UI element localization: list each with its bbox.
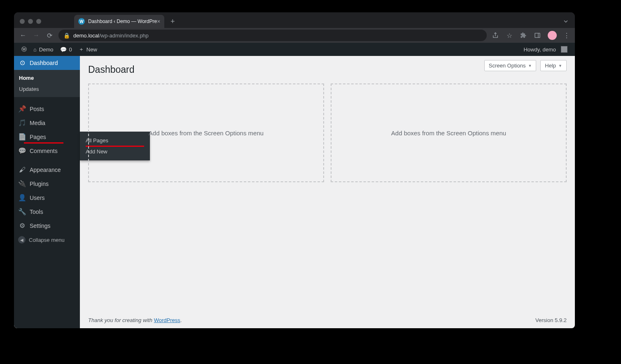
panel-icon[interactable] bbox=[534, 32, 541, 39]
user-avatar-icon bbox=[561, 46, 567, 53]
wordpress-icon: ⓦ bbox=[21, 46, 27, 53]
menu-users[interactable]: 👤Users bbox=[14, 191, 80, 205]
menu-tools[interactable]: 🔧Tools bbox=[14, 205, 80, 219]
page-icon: 📄 bbox=[18, 133, 26, 141]
wp-content: Screen Options▼ Help▼ Dashboard Add boxe… bbox=[80, 56, 575, 328]
browser-tab[interactable]: W Dashboard ‹ Demo — WordPre × bbox=[74, 15, 164, 28]
comments-link[interactable]: 💬0 bbox=[57, 43, 75, 56]
extensions-icon[interactable] bbox=[520, 32, 527, 39]
forward-button[interactable]: → bbox=[32, 32, 40, 39]
dashboard-widgets: Add boxes from the Screen Options menu A… bbox=[88, 83, 567, 182]
menu-appearance[interactable]: 🖌Appearance bbox=[14, 163, 80, 177]
dashboard-icon: ⊙ bbox=[18, 59, 26, 67]
wrench-icon: 🔧 bbox=[18, 208, 26, 216]
url-path: /wp-admin/index.php bbox=[99, 32, 149, 39]
user-icon: 👤 bbox=[18, 194, 26, 202]
pin-icon: 📌 bbox=[18, 105, 26, 113]
comment-icon: 💬 bbox=[60, 46, 67, 53]
version-text: Version 5.9.2 bbox=[535, 317, 567, 323]
menu-dashboard[interactable]: ⊙Dashboard bbox=[14, 56, 80, 70]
menu-settings[interactable]: ⚙Settings bbox=[14, 219, 80, 233]
my-account-link[interactable]: Howdy, demo bbox=[520, 43, 571, 56]
browser-window: W Dashboard ‹ Demo — WordPre × + ← → ⟳ 🔒… bbox=[14, 12, 575, 328]
admin-menu: ⊙Dashboard Home Updates 📌Posts 🎵Media 📄P… bbox=[14, 56, 80, 328]
screen-options-button[interactable]: Screen Options▼ bbox=[484, 60, 537, 71]
brush-icon: 🖌 bbox=[18, 166, 26, 174]
widget-placeholder-left: Add boxes from the Screen Options menu bbox=[88, 83, 324, 182]
plus-icon: ＋ bbox=[79, 46, 84, 53]
chevron-down-icon: ▼ bbox=[528, 64, 532, 68]
wp-admin-bar: ⓦ ⌂Demo 💬0 ＋New Howdy, demo bbox=[14, 43, 575, 56]
menu-media[interactable]: 🎵Media bbox=[14, 116, 80, 130]
submenu-home[interactable]: Home bbox=[14, 72, 80, 83]
site-name-link[interactable]: ⌂Demo bbox=[30, 43, 57, 56]
lock-icon: 🔒 bbox=[63, 32, 70, 39]
wp-body: ⊙Dashboard Home Updates 📌Posts 🎵Media 📄P… bbox=[14, 56, 575, 328]
menu-comments[interactable]: 💬Comments bbox=[14, 144, 80, 158]
wordpress-favicon-icon: W bbox=[78, 18, 85, 25]
submenu-updates[interactable]: Updates bbox=[14, 83, 80, 95]
chrome-toolbar: ← → ⟳ 🔒 demo.local/wp-admin/index.php ☆ … bbox=[14, 28, 575, 43]
close-tab-icon[interactable]: × bbox=[157, 18, 160, 25]
contextual-buttons: Screen Options▼ Help▼ bbox=[484, 60, 567, 71]
new-tab-button[interactable]: + bbox=[167, 16, 178, 27]
plug-icon: 🔌 bbox=[18, 180, 26, 188]
collapse-icon: ◀ bbox=[18, 236, 26, 243]
media-icon: 🎵 bbox=[18, 119, 26, 127]
window-controls bbox=[20, 12, 41, 24]
wp-admin: ⓦ ⌂Demo 💬0 ＋New Howdy, demo ⊙Dashboard H… bbox=[14, 43, 575, 328]
wp-footer: Thank you for creating with WordPress. V… bbox=[88, 317, 567, 323]
collapse-menu-button[interactable]: ◀Collapse menu bbox=[14, 233, 80, 247]
bookmark-star-icon[interactable]: ☆ bbox=[506, 32, 513, 39]
share-icon[interactable] bbox=[492, 32, 499, 39]
new-content-link[interactable]: ＋New bbox=[75, 43, 100, 56]
footer-credit: Thank you for creating with WordPress. bbox=[88, 317, 182, 323]
url-host: demo.local bbox=[73, 32, 99, 39]
annotation-underline bbox=[24, 142, 63, 144]
help-button[interactable]: Help▼ bbox=[540, 60, 567, 71]
chrome-menu-icon[interactable]: ⋮ bbox=[563, 32, 570, 39]
submenu-dashboard: Home Updates bbox=[14, 70, 80, 97]
wordpress-link[interactable]: WordPress bbox=[154, 317, 180, 323]
chrome-tab-bar: W Dashboard ‹ Demo — WordPre × + bbox=[14, 12, 575, 28]
address-bar[interactable]: 🔒 demo.local/wp-admin/index.php bbox=[58, 30, 487, 41]
close-window-icon[interactable] bbox=[20, 19, 25, 24]
toolbar-icons: ☆ ⋮ bbox=[492, 31, 570, 40]
wp-logo-menu[interactable]: ⓦ bbox=[18, 43, 30, 56]
minimize-window-icon[interactable] bbox=[28, 19, 33, 24]
menu-pages[interactable]: 📄Pages bbox=[14, 130, 80, 144]
svg-rect-1 bbox=[535, 33, 540, 38]
tab-title: Dashboard ‹ Demo — WordPre bbox=[88, 19, 157, 24]
maximize-window-icon[interactable] bbox=[36, 19, 41, 24]
reload-button[interactable]: ⟳ bbox=[45, 32, 54, 39]
back-button[interactable]: ← bbox=[19, 32, 27, 39]
tab-overflow-button[interactable] bbox=[563, 18, 569, 26]
chevron-down-icon: ▼ bbox=[558, 64, 562, 68]
home-icon: ⌂ bbox=[33, 46, 37, 53]
profile-avatar[interactable] bbox=[548, 31, 557, 40]
sliders-icon: ⚙ bbox=[18, 222, 26, 230]
widget-placeholder-right: Add boxes from the Screen Options menu bbox=[331, 83, 567, 182]
menu-posts[interactable]: 📌Posts bbox=[14, 102, 80, 116]
comment-icon: 💬 bbox=[18, 147, 26, 155]
menu-plugins[interactable]: 🔌Plugins bbox=[14, 177, 80, 191]
